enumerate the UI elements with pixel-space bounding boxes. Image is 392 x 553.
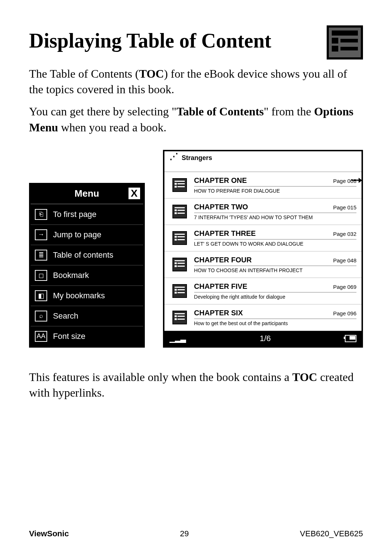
toc-list: CHAPTER ONE Page 008 HOW TO PREPARE FOR … <box>164 172 362 331</box>
chapter-icon <box>172 205 187 218</box>
toc-item[interactable]: CHAPTER THREE Page 032 LET' S GET DOWN T… <box>164 225 362 251</box>
toc-header: Strangers <box>164 151 362 172</box>
book-title: Strangers <box>182 154 212 162</box>
chapter-page: Page 048 <box>333 257 356 263</box>
toc-icon: ≣ <box>35 250 47 261</box>
menu-panel: Menu X ⎗ To first page → Jump to page ≣ … <box>29 183 145 348</box>
menu-item-fontsize[interactable]: AA Font size <box>30 326 143 346</box>
menu-item-mybookmarks[interactable]: ◧ My bookmarks <box>30 285 143 306</box>
footer-page-number: 29 <box>180 529 189 538</box>
intro-paragraph-2: You can get there by selecting "Table of… <box>29 104 363 135</box>
menu-item-search[interactable]: ⌕ Search <box>30 306 143 326</box>
toc-screen: Strangers CHAPTER ONE Page 008 HOW TO <box>163 150 363 348</box>
mybookmarks-icon: ◧ <box>35 290 47 301</box>
menu-item-jump[interactable]: → Jump to page <box>30 224 143 245</box>
loading-dots-icon <box>169 153 178 163</box>
chapter-title: CHAPTER SIX <box>194 309 243 317</box>
battery-icon <box>345 335 356 342</box>
chapter-icon <box>172 311 187 324</box>
bookmark-icon: ◻ <box>35 270 47 281</box>
menu-item-label: Font size <box>53 332 85 341</box>
chapter-subtitle: LET' S GET DOWN TO WORK AND DIALOGUE <box>194 239 356 247</box>
close-button[interactable]: X <box>127 187 141 200</box>
menu-title: Menu <box>74 188 99 199</box>
menu-header: Menu X <box>30 184 143 204</box>
menu-item-label: Search <box>53 311 78 321</box>
page-title: Displaying Table of Content <box>29 29 271 52</box>
chapter-icon <box>172 231 187 245</box>
note-paragraph: This features is available only when the… <box>29 369 363 401</box>
menu-item-first-page[interactable]: ⎗ To first page <box>30 204 143 224</box>
toc-item[interactable]: CHAPTER ONE Page 008 HOW TO PREPARE FOR … <box>164 172 362 198</box>
chapter-subtitle: How to get the best out of the participa… <box>194 319 356 326</box>
chapter-title: CHAPTER ONE <box>194 176 247 185</box>
chapter-subtitle: Developing the right attitude for dialog… <box>194 292 356 300</box>
chapter-subtitle: 7 INTERFAITH 'TYPES' AND HOW TO SPOT THE… <box>194 213 356 220</box>
menu-item-label: Jump to page <box>53 230 101 239</box>
menu-item-label: My bookmarks <box>53 291 105 300</box>
chapter-page: Page 069 <box>333 284 356 290</box>
toc-item[interactable]: CHAPTER FOUR Page 048 HOW TO CHOOSE AN I… <box>164 251 362 278</box>
chapter-title: CHAPTER FOUR <box>194 256 252 264</box>
chapter-icon <box>172 284 187 298</box>
arrow-indicator-icon <box>351 178 362 183</box>
menu-item-bookmark[interactable]: ◻ Bookmark <box>30 265 143 285</box>
menu-item-toc[interactable]: ≣ Table of contents <box>30 245 143 265</box>
chapter-icon <box>172 178 187 192</box>
toc-item[interactable]: CHAPTER TWO Page 015 7 INTERFAITH 'TYPES… <box>164 198 362 225</box>
chapter-page: Page 015 <box>333 204 356 210</box>
chapter-subtitle: HOW TO PREPARE FOR DIALOGUE <box>194 186 356 194</box>
chapter-subtitle: HOW TO CHOOSE AN INTERFAITH PROJECT <box>194 266 356 273</box>
footer-brand: ViewSonic <box>29 529 69 538</box>
footer-model: VEB620_VEB625 <box>300 529 363 538</box>
jump-icon: → <box>35 229 47 240</box>
chapter-title: CHAPTER TWO <box>194 203 248 211</box>
menu-item-label: Bookmark <box>53 271 89 280</box>
menu-item-label: Table of contents <box>53 250 113 260</box>
chapter-title: CHAPTER FIVE <box>194 282 248 291</box>
fontsize-icon: AA <box>35 331 47 342</box>
menu-item-label: To first page <box>53 210 97 219</box>
page-indicator: 1/6 <box>260 334 271 343</box>
toc-item[interactable]: CHAPTER SIX Page 096 How to get the best… <box>164 304 362 331</box>
chapter-title: CHAPTER THREE <box>194 229 256 238</box>
chapter-icon <box>172 258 187 271</box>
page-footer: ViewSonic 29 VEB620_VEB625 <box>29 529 363 538</box>
intro-paragraph-1: The Table of Contents (TOC) for the eBoo… <box>29 66 363 97</box>
signal-icon: ▁▂▃ <box>170 334 186 343</box>
firstpage-icon: ⎗ <box>35 209 47 220</box>
chapter-page: Page 096 <box>333 310 356 316</box>
toc-big-icon <box>327 25 363 60</box>
toc-footer: ▁▂▃ 1/6 <box>164 331 362 346</box>
toc-item[interactable]: CHAPTER FIVE Page 069 Developing the rig… <box>164 278 362 304</box>
search-icon: ⌕ <box>35 311 47 321</box>
chapter-page: Page 032 <box>333 231 356 237</box>
